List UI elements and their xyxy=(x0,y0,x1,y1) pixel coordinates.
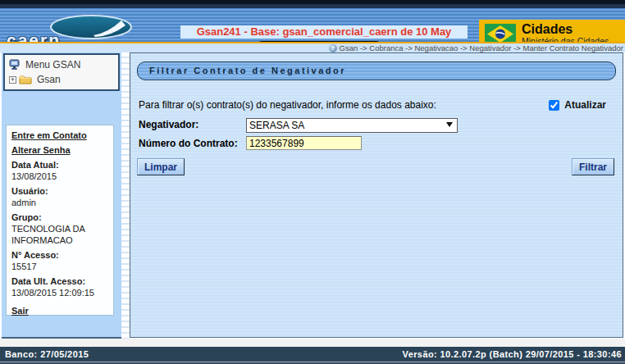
buttons-row: Limpar Filtrar xyxy=(137,158,616,175)
info-label: Usuário: xyxy=(11,185,108,197)
instruction-row: Para filtrar o(s) contrato(s) do negativ… xyxy=(139,98,616,111)
negativador-select-wrap: SERASA SA xyxy=(246,117,458,132)
gsan-window: caern Gsan241 - Base: gsan_comercial_cae… xyxy=(0,0,625,364)
info-access-number: N° Acesso: 15517 xyxy=(11,249,108,272)
tree-item-gsan[interactable]: + Gsan xyxy=(9,72,114,87)
top-dark-bar xyxy=(0,0,625,9)
filtrar-button[interactable]: Filtrar xyxy=(572,158,614,175)
breadcrumb-path: Gsan -> Cobranca -> Negativacao -> Negat… xyxy=(340,43,623,52)
window-title: Gsan241 - Base: gsan_comercial_caern de … xyxy=(180,25,468,39)
info-value: TECNOLOGIA DA INFORMACAO xyxy=(11,223,108,246)
contrato-label: Número do Contrato: xyxy=(139,138,246,149)
negativador-row: Negativador: SERASA SA xyxy=(139,117,458,132)
info-label: Data Ult. Acesso: xyxy=(11,275,108,287)
info-user: Usuário: admin xyxy=(11,185,108,208)
contrato-row: Número do Contrato: xyxy=(139,136,362,150)
info-last-access: Data Ult. Acesso: 13/08/2015 12:09:15 xyxy=(11,275,108,298)
atualizar-checkbox[interactable] xyxy=(549,100,559,111)
status-bar: Banco: 27/05/2015 Versão: 10.2.07.2p (Ba… xyxy=(0,347,625,362)
negativador-select[interactable]: SERASA SA xyxy=(246,118,458,133)
computer-user-icon xyxy=(9,59,21,71)
info-label: Grupo: xyxy=(11,212,108,223)
logout-link[interactable]: Sair xyxy=(11,305,108,316)
panel-splitter[interactable] xyxy=(121,52,130,339)
atualizar-label: Atualizar xyxy=(564,99,606,111)
folder-icon xyxy=(19,75,32,84)
contrato-input[interactable] xyxy=(246,136,362,150)
info-value: admin xyxy=(11,197,108,208)
cidades-title: Cidades xyxy=(522,23,609,36)
limpar-button[interactable]: Limpar xyxy=(137,158,185,175)
main-panel: Filtrar Contrato de Negativador Para fil… xyxy=(130,52,623,338)
tree-item-label[interactable]: Gsan xyxy=(37,74,61,85)
contact-link[interactable]: Entre em Contato xyxy=(11,130,108,141)
menu-tree-box: Menu GSAN + Gsan xyxy=(3,53,120,91)
status-versao: Versão: 10.2.07.2p (Batch) 29/07/2015 - … xyxy=(403,347,622,362)
help-icon[interactable]: ? xyxy=(329,44,337,52)
instruction-text: Para filtrar o(s) contrato(s) do negativ… xyxy=(139,99,549,111)
change-password-link[interactable]: Alterar Senha xyxy=(11,144,108,156)
info-group: Grupo: TECNOLOGIA DA INFORMACAO xyxy=(11,212,108,246)
negativador-label: Negativador: xyxy=(139,119,246,130)
info-label: N° Acesso: xyxy=(11,249,108,261)
atualizar-checkbox-wrap: Atualizar xyxy=(549,99,606,111)
info-value: 13/08/2015 xyxy=(11,171,108,182)
app-header: caern Gsan241 - Base: gsan_comercial_cae… xyxy=(0,9,625,42)
info-label: Data Atual: xyxy=(11,159,108,171)
caern-logo-icon xyxy=(49,15,133,39)
tree-expand-icon[interactable]: + xyxy=(9,76,16,84)
footer-gap xyxy=(0,339,625,347)
session-info-box: Entre em Contato Alterar Senha Data Atua… xyxy=(6,125,114,316)
sidebar: Menu GSAN + Gsan Entre em Contato Altera… xyxy=(2,52,121,339)
info-value: 13/08/2015 12:09:15 xyxy=(11,287,108,298)
menu-title: Menu GSAN xyxy=(25,59,80,71)
info-current-date: Data Atual: 13/08/2015 xyxy=(11,159,108,182)
page-title: Filtrar Contrato de Negativador xyxy=(137,61,616,80)
breadcrumb: ? Gsan -> Cobranca -> Negativacao -> Neg… xyxy=(0,42,625,52)
menu-header: Menu GSAN xyxy=(9,57,114,72)
info-value: 15517 xyxy=(11,261,108,272)
status-banco: Banco: 27/05/2015 xyxy=(5,347,89,362)
